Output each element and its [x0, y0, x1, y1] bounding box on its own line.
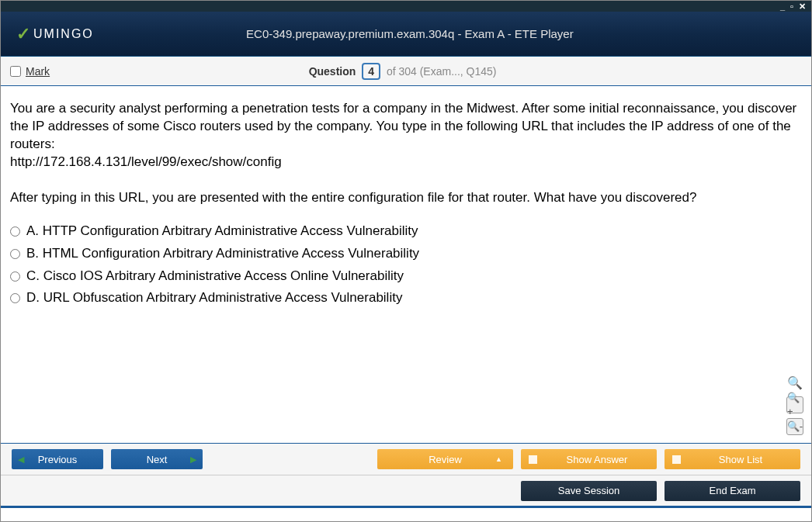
question-word: Question [309, 65, 356, 78]
show-answer-button[interactable]: Show Answer [521, 449, 657, 469]
option-a[interactable]: A. HTTP Configuration Arbitrary Administ… [10, 223, 802, 240]
end-exam-button[interactable]: End Exam [665, 481, 800, 501]
search-icon[interactable]: 🔍 [787, 375, 803, 392]
triangle-up-icon: ▲ [495, 455, 502, 463]
option-b-letter: B. [26, 246, 39, 261]
option-b-radio[interactable] [10, 249, 20, 259]
option-c[interactable]: C. Cisco IOS Arbitrary Administrative Ac… [10, 268, 802, 285]
option-d-text: URL Obfuscation Arbitrary Administrative… [43, 290, 403, 305]
zoom-in-button[interactable]: 🔍+ [786, 396, 803, 413]
option-d-radio[interactable] [10, 293, 20, 303]
question-total: of 304 (Exam..., Q145) [387, 65, 497, 78]
save-session-button[interactable]: Save Session [521, 481, 657, 501]
question-number[interactable]: 4 [362, 63, 380, 80]
zoom-out-button[interactable]: 🔍- [786, 418, 803, 435]
next-label: Next [147, 454, 168, 465]
logo: ✓ UMINGO [16, 24, 94, 44]
option-d-letter: D. [26, 290, 40, 305]
option-a-radio[interactable] [10, 226, 20, 237]
option-b[interactable]: B. HTML Configuration Arbitrary Administ… [10, 245, 802, 263]
option-c-radio[interactable] [10, 271, 20, 282]
previous-label: Previous [38, 454, 78, 465]
next-button[interactable]: Next ▶ [111, 449, 203, 469]
mark-wrap: Mark [10, 65, 50, 78]
show-list-label: Show List [689, 454, 800, 465]
review-button[interactable]: Review ▲ [377, 449, 513, 469]
app-header: ✓ UMINGO EC0-349.prepaway.premium.exam.3… [1, 12, 811, 57]
minimize-button[interactable]: _ [780, 2, 786, 11]
review-label: Review [429, 454, 462, 465]
show-list-checkbox[interactable] [672, 455, 681, 464]
question-counter: Question 4 of 304 (Exam..., Q145) [50, 63, 755, 80]
option-d[interactable]: D. URL Obfuscation Arbitrary Administrat… [10, 289, 802, 307]
mark-label[interactable]: Mark [26, 65, 50, 78]
question-content: You are a security analyst performing a … [1, 86, 811, 443]
nav-toolbar: ◀ Previous Next ▶ Review ▲ Show Answer S… [1, 443, 811, 475]
previous-button[interactable]: ◀ Previous [12, 449, 103, 469]
option-a-text: HTTP Configuration Arbitrary Administrat… [43, 223, 418, 238]
maximize-button[interactable]: ▫ [790, 2, 794, 11]
chevron-right-icon: ▶ [190, 455, 196, 465]
question-url: http://172.168.4.131/level/99/exec/show/… [10, 154, 802, 171]
window-title-bar: _ ▫ ✕ [1, 1, 811, 12]
show-answer-label: Show Answer [545, 454, 657, 465]
logo-text: UMINGO [33, 27, 94, 41]
option-c-letter: C. [26, 268, 40, 283]
question-text: You are a security analyst performing a … [10, 100, 802, 207]
option-c-text: Cisco IOS Arbitrary Administrative Acces… [43, 268, 404, 283]
chevron-left-icon: ◀ [18, 455, 24, 465]
close-button[interactable]: ✕ [799, 2, 807, 12]
answer-options: A. HTTP Configuration Arbitrary Administ… [10, 223, 802, 308]
question-paragraph-1: You are a security analyst performing a … [10, 100, 802, 154]
question-paragraph-2: After typing in this URL, you are presen… [10, 189, 802, 207]
bottom-bar: Save Session End Exam [1, 475, 811, 508]
show-list-button[interactable]: Show List [665, 449, 800, 469]
logo-check-icon: ✓ [16, 24, 32, 44]
option-a-letter: A. [26, 223, 39, 238]
mark-checkbox[interactable] [10, 66, 21, 77]
zoom-tools: 🔍 🔍+ 🔍- [786, 375, 803, 435]
question-info-bar: Mark Question 4 of 304 (Exam..., Q145) [1, 57, 811, 86]
app-title: EC0-349.prepaway.premium.exam.304q - Exa… [94, 27, 726, 40]
show-answer-checkbox[interactable] [529, 455, 537, 464]
option-b-text: HTML Configuration Arbitrary Administrat… [43, 246, 419, 261]
